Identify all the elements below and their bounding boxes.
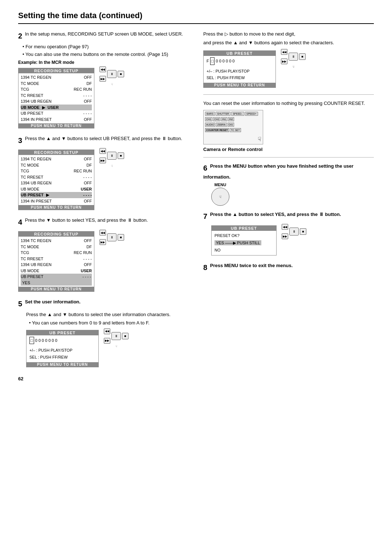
menu-row: 1394 UB REGENOFF bbox=[21, 262, 92, 268]
step-6-heading: 6 Press the MENU button when you have fi… bbox=[203, 163, 374, 181]
ub-preset-body: □ 0 0 0 0 0 0 0 +/– : PUSH PLAY/STOP SEL… bbox=[26, 335, 98, 362]
step-3-btn-diagram: ◀◀ ▶▶ ⏸ ■ ☟ bbox=[99, 148, 124, 168]
menu-row-preset: UB PRESET- - - - bbox=[21, 274, 92, 280]
menu-row: TC RRESET- - - - bbox=[21, 256, 92, 262]
menu-row: 1394 UB REGENOFF bbox=[21, 180, 92, 186]
r-btn: IN2 bbox=[228, 117, 234, 121]
step-5-title: Set the user information. bbox=[25, 299, 81, 304]
menu-row: 1394 TC REGENOFF bbox=[21, 238, 92, 244]
menu-button-circle: ☟ bbox=[211, 188, 229, 206]
play-pause-btn: ⏸ bbox=[107, 152, 117, 160]
r-btn: CH1 bbox=[205, 117, 212, 121]
yes-push-still: YES ——▶ PUSH STILL bbox=[215, 240, 273, 247]
stop-btn: ■ bbox=[118, 71, 124, 77]
ub-line1-r: +/– : PUSH PLAY/STOP bbox=[207, 68, 273, 75]
rewind-btn: ◀◀ bbox=[99, 66, 106, 72]
step-2-right-btn-diagram: ◀◀ ▶▶ ⏸ ■ ☟ bbox=[281, 49, 306, 69]
step-2-menu-footer: PUSH MENU TO RETURN bbox=[19, 123, 94, 128]
step-5: 5 Set the user information. Press the ▲ … bbox=[18, 298, 189, 368]
ub-line2-r: SEL : PUSH FF/REW bbox=[207, 74, 273, 81]
stop-btn: ■ bbox=[300, 228, 306, 235]
r-row3: COUNTER RESET TC SET bbox=[205, 128, 261, 132]
rewind-btn: ◀◀ bbox=[104, 328, 110, 334]
menu-row: TCGREC RUN bbox=[21, 250, 92, 256]
r-row: CH1 CH2 IN1 IN2 bbox=[205, 117, 261, 121]
step-7: 7 Press the ▲ button to select YES, and … bbox=[203, 211, 374, 257]
menu-row: 1394 TC REGENOFF bbox=[21, 156, 92, 162]
ub-digits: □ 0 0 0 0 0 0 0 bbox=[29, 337, 95, 344]
step-2-right-desc1: Press the ▷ button to move to the next d… bbox=[203, 30, 374, 38]
step-4-btn-diagram: ◀◀ ▶▶ ⏸ ■ bbox=[99, 230, 124, 245]
step-4-menu-body: 1394 TC REGENOFF TC MODEDF TCGREC RUN TC… bbox=[19, 237, 94, 287]
right-column: Press the ▷ button to move to the next d… bbox=[203, 30, 374, 369]
hand-icon: ☟ bbox=[258, 136, 261, 143]
step-7-text: Press the ▲ button to select YES, and pr… bbox=[210, 212, 341, 217]
ff-btn: ▶▶ bbox=[104, 338, 110, 344]
step-2-menu-box: RECORDING SETUP 1394 TC REGENOFF TC MODE… bbox=[18, 68, 94, 128]
ub-digits-r: F □ 0 0 0 0 0 0 bbox=[207, 57, 273, 65]
step-2-btn-diagram: ◀◀ ▶▶ ⏸ ■ ☟ bbox=[99, 66, 124, 86]
step-5-btn-diagram: ◀◀ ▶▶ ⏸ ■ ☟ bbox=[104, 328, 128, 348]
rewind-btn: ◀◀ bbox=[99, 230, 106, 236]
menu-row: UB MODEUSER bbox=[21, 186, 92, 192]
step-2: 2 In the setup menus, RECORDING SETUP sc… bbox=[18, 30, 189, 130]
hand-label: ☟ bbox=[99, 83, 124, 86]
ff-btn: ▶▶ bbox=[99, 239, 106, 245]
menu-row: TC RRESET- - - - bbox=[21, 93, 92, 99]
menu-row: TC RRESET- - - - bbox=[21, 174, 92, 180]
stop-btn: ■ bbox=[122, 333, 128, 339]
r-btn: SPEED– bbox=[231, 112, 244, 116]
r-row2: AUDIO ZEBRA OIS bbox=[205, 123, 261, 127]
remote-control-diagram: BARS SHUTTER SPEED– SPEED+ CH1 CH2 IN1 I… bbox=[203, 110, 263, 144]
step-3-menu-footer: PUSH MENU TO RETURN bbox=[19, 205, 94, 210]
play-pause-btn: ⏸ bbox=[107, 70, 117, 78]
ff-btn: ▶▶ bbox=[99, 158, 106, 163]
rewind-btn: ◀◀ bbox=[282, 224, 288, 230]
play-pause-btn: ⏸ bbox=[107, 233, 117, 241]
r-btn: SPEED+ bbox=[245, 112, 258, 116]
step-6-menu-diagram: MENU ☟ bbox=[211, 183, 374, 206]
yes-still-label: YES ——▶ PUSH STILL bbox=[215, 240, 261, 245]
ub-line1: +/– : PUSH PLAY/STOP bbox=[29, 347, 95, 354]
menu-row: UB PRESET- - - - bbox=[21, 110, 92, 116]
step-2-content: 2 In the setup menus, RECORDING SETUP sc… bbox=[18, 30, 189, 130]
r-btn: AUDIO bbox=[205, 123, 215, 127]
camera-remote-label: Camera or Remote control bbox=[203, 147, 374, 152]
step-6-text: Press the MENU button when you have fini… bbox=[203, 163, 354, 180]
menu-row: 1394 IN PRESETOFF bbox=[21, 198, 92, 204]
counter-reset-section: You can reset the user information to no… bbox=[203, 100, 374, 152]
step-4-menu-footer: PUSH MENU TO RETURN bbox=[19, 287, 94, 291]
page-title: Setting the time data (continued) bbox=[18, 11, 374, 24]
page-number: 62 bbox=[18, 376, 374, 381]
play-pause-btn: ⏸ bbox=[289, 53, 298, 61]
divider-2 bbox=[203, 157, 374, 158]
step-2-menu-body: 1394 TC REGENOFF TC MODEDF TCGREC RUN TC… bbox=[19, 73, 94, 123]
menu-row: TC MODEDF bbox=[21, 81, 92, 87]
rewind-btn: ◀◀ bbox=[281, 49, 287, 55]
menu-label: MENU bbox=[211, 183, 229, 187]
step-2-example-label: Example: In the MCR mode bbox=[18, 60, 189, 65]
camera-label: Camera bbox=[203, 147, 221, 152]
menu-row: TC MODEDF bbox=[21, 244, 92, 250]
ub-preset-title: UB PRESET bbox=[26, 330, 98, 335]
r-btn: TC SET bbox=[230, 128, 241, 132]
hand-label: ☟ bbox=[281, 65, 306, 69]
ub-line2: SEL : PUSH FF/REW bbox=[29, 354, 95, 361]
step-7-heading: 7 Press the ▲ button to select YES, and … bbox=[203, 211, 374, 222]
cursor-r: □ bbox=[210, 57, 215, 65]
remote-buttons-area: BARS SHUTTER SPEED– SPEED+ CH1 CH2 IN1 I… bbox=[205, 112, 261, 132]
step-2-text: In the setup menus, RECORDING SETUP scre… bbox=[25, 31, 183, 37]
step-2-right-ub-box: UB PRESET F □ 0 0 0 0 0 0 +/– : PUSH PLA… bbox=[203, 50, 276, 88]
step-2-right-desc2: and press the ▲ and ▼ buttons again to s… bbox=[203, 39, 374, 46]
step-6: 6 Press the MENU button when you have fi… bbox=[203, 163, 374, 206]
step-2-right: Press the ▷ button to move to the next d… bbox=[203, 30, 374, 89]
hand-label: ☟ bbox=[104, 345, 128, 348]
menu-row-highlighted: UB MODE ▶ USER bbox=[21, 105, 92, 111]
step-4-number: 4 bbox=[18, 218, 22, 226]
step-3-number: 3 bbox=[18, 136, 22, 144]
step-8-heading: 8 Press MENU twice to exit the menus. bbox=[203, 262, 374, 273]
step-3: 3 Press the ▲ and ▼ buttons to select UB… bbox=[18, 135, 189, 212]
menu-row: 1394 TC REGENOFF bbox=[21, 74, 92, 81]
step-4-menu-box: RECORDING SETUP 1394 TC REGENOFF TC MODE… bbox=[18, 231, 94, 292]
step-2-bullets: For menu operation (Page 97) You can als… bbox=[23, 44, 189, 58]
